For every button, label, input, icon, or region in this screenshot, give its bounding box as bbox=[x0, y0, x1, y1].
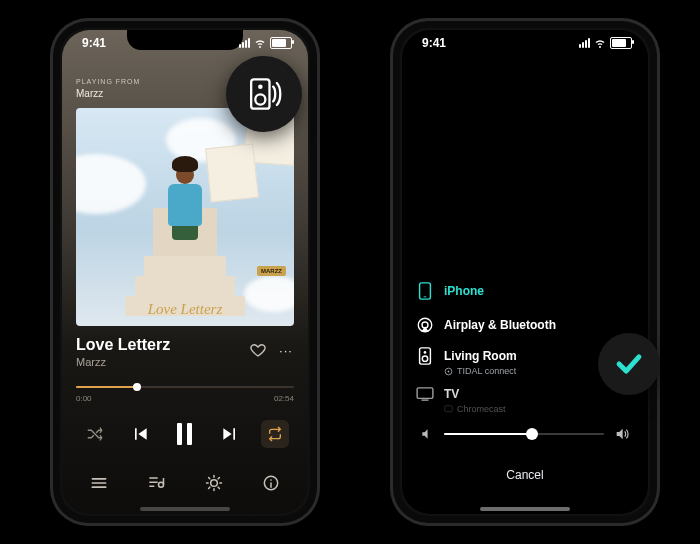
repeat-icon bbox=[267, 426, 283, 442]
cast-highlight-bubble[interactable] bbox=[226, 56, 302, 132]
playing-from-value[interactable]: Marzz bbox=[76, 88, 103, 99]
cancel-button[interactable]: Cancel bbox=[402, 468, 648, 482]
volume-high-icon bbox=[614, 426, 630, 442]
check-icon bbox=[612, 347, 646, 381]
svg-point-6 bbox=[255, 94, 265, 104]
status-icons bbox=[579, 37, 632, 49]
device-tv-sub: Chromecast bbox=[444, 404, 634, 414]
device-iphone-label: iPhone bbox=[444, 284, 634, 298]
info-button[interactable] bbox=[257, 469, 285, 497]
battery-icon bbox=[610, 37, 632, 49]
volume-row bbox=[420, 426, 630, 442]
battery-icon bbox=[270, 37, 292, 49]
tv-icon bbox=[416, 387, 434, 401]
speaker-cast-icon bbox=[242, 72, 286, 116]
repeat-button[interactable] bbox=[261, 420, 289, 448]
device-list: iPhone Airplay & Bluetooth Living Room T… bbox=[416, 274, 634, 414]
shuffle-icon bbox=[86, 425, 104, 443]
menu-button[interactable] bbox=[85, 469, 113, 497]
svg-point-12 bbox=[424, 351, 427, 354]
svg-point-5 bbox=[258, 84, 263, 89]
favorite-button[interactable] bbox=[248, 340, 268, 360]
airplay-icon bbox=[416, 316, 434, 334]
album-art[interactable]: MARZZ Love Letterz bbox=[76, 108, 294, 326]
shuffle-button[interactable] bbox=[81, 420, 109, 448]
album-art-badge: MARZZ bbox=[257, 266, 286, 276]
wifi-icon bbox=[594, 37, 606, 49]
more-button[interactable]: ··· bbox=[276, 340, 296, 360]
speaker-icon bbox=[418, 347, 432, 365]
home-indicator[interactable] bbox=[140, 507, 230, 511]
devices-screen: 9:41 iPhone Airplay & Bluetooth bbox=[402, 30, 648, 514]
tidal-connect-icon bbox=[444, 367, 453, 376]
svg-point-15 bbox=[448, 370, 450, 372]
menu-icon bbox=[89, 473, 109, 493]
time-total: 02:54 bbox=[274, 394, 294, 403]
device-tv-label: TV bbox=[444, 387, 634, 401]
queue-button[interactable] bbox=[142, 469, 170, 497]
device-iphone[interactable]: iPhone bbox=[416, 274, 634, 308]
info-icon bbox=[261, 473, 281, 493]
svg-point-3 bbox=[270, 479, 272, 481]
chromecast-icon bbox=[444, 405, 453, 414]
playing-from-label: PLAYING FROM bbox=[76, 78, 140, 85]
progress-thumb[interactable] bbox=[133, 383, 141, 391]
device-airplay[interactable]: Airplay & Bluetooth bbox=[416, 308, 634, 342]
bottom-toolbar bbox=[62, 462, 308, 504]
volume-low-icon bbox=[420, 427, 434, 441]
status-bar: 9:41 bbox=[82, 34, 292, 52]
time-elapsed: 0:00 bbox=[76, 394, 92, 403]
output-button[interactable] bbox=[200, 469, 228, 497]
svg-rect-8 bbox=[424, 296, 427, 297]
svg-rect-17 bbox=[445, 405, 453, 411]
brightness-icon bbox=[204, 473, 224, 493]
svg-rect-16 bbox=[417, 388, 433, 399]
volume-thumb[interactable] bbox=[526, 428, 538, 440]
previous-icon bbox=[130, 424, 150, 444]
pause-button[interactable] bbox=[171, 420, 199, 448]
pause-icon bbox=[177, 423, 192, 445]
next-icon bbox=[220, 424, 240, 444]
status-time: 9:41 bbox=[82, 36, 106, 50]
home-indicator[interactable] bbox=[480, 507, 570, 511]
signal-icon bbox=[579, 38, 590, 48]
phone-devices: 9:41 iPhone Airplay & Bluetooth bbox=[390, 18, 660, 526]
status-icons bbox=[239, 37, 292, 49]
phone-icon bbox=[418, 282, 432, 300]
svg-point-1 bbox=[210, 480, 217, 487]
signal-icon bbox=[239, 38, 250, 48]
status-bar: 9:41 bbox=[422, 34, 632, 52]
queue-icon bbox=[146, 473, 166, 493]
wifi-icon bbox=[254, 37, 266, 49]
previous-button[interactable] bbox=[126, 420, 154, 448]
progress-fill bbox=[76, 386, 137, 388]
volume-slider[interactable] bbox=[444, 433, 604, 435]
progress-bar[interactable] bbox=[76, 380, 294, 394]
status-time: 9:41 bbox=[422, 36, 446, 50]
phone-player: 9:41 PLAYING FROM Marzz MASTER MARZZ bbox=[50, 18, 320, 526]
track-artist[interactable]: Marzz bbox=[76, 356, 106, 368]
heart-icon bbox=[249, 341, 267, 359]
playback-controls bbox=[62, 412, 308, 456]
track-title: Love Letterz bbox=[76, 336, 170, 354]
album-art-title: Love Letterz bbox=[148, 301, 223, 318]
svg-point-13 bbox=[422, 356, 427, 361]
next-button[interactable] bbox=[216, 420, 244, 448]
check-highlight-bubble[interactable] bbox=[598, 333, 660, 395]
device-airplay-label: Airplay & Bluetooth bbox=[444, 318, 634, 332]
